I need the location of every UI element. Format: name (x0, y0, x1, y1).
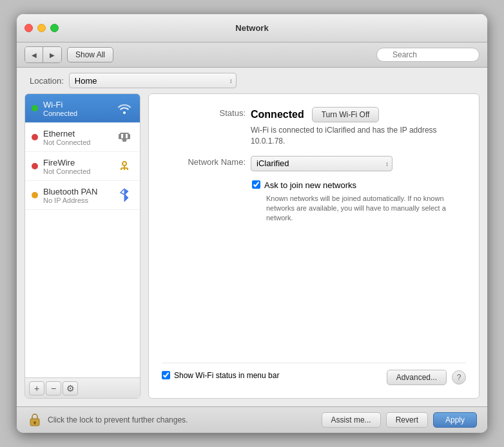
ethernet-name: Ethernet (43, 129, 110, 138)
network-name-label: Network Name: (162, 156, 246, 167)
traffic-lights (24, 24, 59, 32)
advanced-button[interactable]: Advanced... (387, 370, 447, 385)
status-content: Connected Turn Wi-Fi Off Wi-Fi is connec… (251, 107, 466, 147)
main-content: Wi-Fi Connected Ethern (17, 93, 487, 406)
wifi-status-dot (32, 105, 38, 111)
window-title: Network (235, 23, 268, 33)
titlebar: Network (17, 14, 487, 43)
detail-bottom: Show Wi-Fi status in menu bar Advanced..… (162, 363, 466, 385)
maximize-button[interactable] (50, 24, 59, 32)
wifi-icon (115, 99, 133, 117)
toolbar: ◀ ▶ Show All 🔍 (17, 43, 487, 68)
status-description: Wi-Fi is connected to iClarified and has… (251, 125, 466, 147)
network-window: Network ◀ ▶ Show All 🔍 Location: Home Au… (17, 14, 487, 433)
network-name-select[interactable]: iClarified Other... (251, 156, 393, 171)
assist-me-button[interactable]: Assist me... (322, 412, 381, 428)
svg-point-5 (122, 162, 126, 166)
ask-join-description: Known networks will be joined automatica… (266, 194, 466, 224)
bluetooth-item-text: Bluetooth PAN No IP Address (43, 187, 110, 204)
sidebar-toolbar: + − ⚙ (25, 377, 140, 398)
revert-button[interactable]: Revert (386, 412, 428, 428)
status-label: Status: (162, 107, 246, 118)
wifi-name: Wi-Fi (43, 100, 110, 109)
firewire-name: FireWire (43, 158, 110, 167)
search-input[interactable] (376, 48, 480, 62)
firewire-icon (115, 157, 133, 175)
remove-network-button[interactable]: − (46, 381, 61, 395)
help-button[interactable]: ? (452, 370, 466, 385)
show-wifi-label[interactable]: Show Wi-Fi status in menu bar (174, 371, 279, 380)
show-wifi-row: Show Wi-Fi status in menu bar (162, 371, 279, 380)
lock-button[interactable] (27, 412, 43, 428)
ethernet-status: Not Connected (43, 138, 110, 146)
back-button[interactable]: ◀ (25, 47, 43, 62)
detail-spacer (162, 233, 466, 363)
status-row: Status: Connected Turn Wi-Fi Off Wi-Fi i… (162, 107, 466, 147)
location-select-wrap: Home Automatic Work ↕ (69, 73, 237, 88)
nav-buttons: ◀ ▶ (24, 46, 62, 63)
network-options-button[interactable]: ⚙ (63, 381, 78, 395)
sidebar-item-ethernet[interactable]: Ethernet Not Connected (25, 123, 140, 152)
network-name-row: Network Name: iClarified Other... ↕ (162, 156, 466, 171)
lock-text: Click the lock to prevent further change… (48, 415, 316, 424)
detail-panel: Status: Connected Turn Wi-Fi Off Wi-Fi i… (148, 93, 480, 399)
apply-button[interactable]: Apply (433, 412, 477, 428)
network-name-select-wrap: iClarified Other... ↕ (251, 156, 393, 171)
location-label: Location: (30, 76, 64, 86)
sidebar: Wi-Fi Connected Ethern (24, 93, 141, 399)
ask-join-section: Ask to join new networks Known networks … (252, 180, 466, 233)
minimize-button[interactable] (37, 24, 46, 32)
wifi-status: Connected (43, 109, 110, 117)
bottom-bar: Click the lock to prevent further change… (17, 406, 487, 433)
firewire-status-dot (32, 163, 38, 169)
turn-wifi-off-button[interactable]: Turn Wi-Fi Off (312, 107, 380, 122)
status-inline: Connected Turn Wi-Fi Off (251, 107, 466, 122)
bluetooth-status: No IP Address (43, 196, 110, 204)
ask-join-checkbox[interactable] (252, 180, 260, 189)
firewire-item-text: FireWire Not Connected (43, 158, 110, 175)
ask-join-label[interactable]: Ask to join new networks (264, 180, 356, 190)
svg-rect-4 (120, 133, 129, 134)
bluetooth-icon (115, 186, 133, 204)
sidebar-list: Wi-Fi Connected Ethern (25, 94, 140, 377)
sidebar-item-bluetooth[interactable]: Bluetooth PAN No IP Address (25, 181, 140, 210)
show-wifi-checkbox[interactable] (162, 371, 170, 379)
forward-button[interactable]: ▶ (43, 47, 61, 62)
ethernet-status-dot (32, 134, 38, 140)
svg-rect-12 (34, 423, 35, 424)
bluetooth-name: Bluetooth PAN (43, 187, 110, 196)
show-all-button[interactable]: Show All (67, 47, 113, 62)
ethernet-icon (115, 128, 133, 146)
search-wrap: 🔍 (376, 48, 480, 62)
bluetooth-status-dot (32, 192, 38, 198)
location-bar: Location: Home Automatic Work ↕ (17, 68, 487, 93)
firewire-status: Not Connected (43, 167, 110, 175)
status-value: Connected (251, 109, 304, 120)
ask-join-row: Ask to join new networks (252, 180, 466, 190)
ethernet-item-text: Ethernet Not Connected (43, 129, 110, 146)
add-network-button[interactable]: + (29, 381, 44, 395)
wifi-item-text: Wi-Fi Connected (43, 100, 110, 117)
close-button[interactable] (24, 24, 33, 32)
svg-rect-2 (123, 134, 126, 139)
location-select[interactable]: Home Automatic Work (69, 73, 237, 88)
sidebar-item-firewire[interactable]: FireWire Not Connected (25, 152, 140, 181)
sidebar-item-wifi[interactable]: Wi-Fi Connected (25, 94, 140, 123)
